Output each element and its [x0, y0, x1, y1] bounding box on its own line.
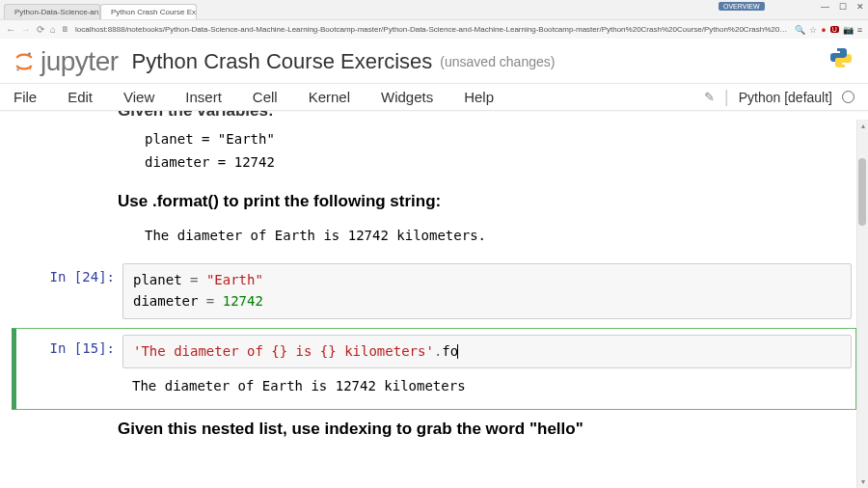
input-prompt: In [24]:: [16, 263, 122, 318]
markdown-cell: Given the variables: planet = "Earth" di…: [12, 111, 856, 255]
window-minimize-icon[interactable]: —: [821, 2, 829, 12]
code-input-area[interactable]: planet = "Earth" diameter = 12742: [122, 263, 852, 318]
markdown-code-preview: planet = "Earth" diameter = 12742: [118, 121, 847, 182]
svg-point-4: [30, 68, 32, 69]
menu-file[interactable]: File: [14, 89, 37, 105]
menu-widgets[interactable]: Widgets: [381, 89, 433, 105]
notebook-header: jupyter Python Crash Course Exercises (u…: [0, 39, 868, 84]
window-controls: — ☐ ✕: [821, 2, 864, 12]
scrollbar-vertical[interactable]: ▴ ▾: [856, 120, 868, 488]
kernel-name[interactable]: Python [default]: [739, 90, 832, 105]
kernel-indicator: ✎ | Python [default]: [704, 87, 854, 107]
markdown-heading: Given this nested list, use indexing to …: [118, 420, 847, 439]
ext-camera-icon[interactable]: 📷: [843, 25, 854, 35]
markdown-expected-output: The diameter of Earth is 12742 kilometer…: [118, 217, 847, 256]
input-prompt: In [15]:: [16, 335, 122, 369]
nav-home-icon[interactable]: ⌂: [50, 24, 56, 35]
ext-lastpass-icon[interactable]: ●: [821, 25, 826, 35]
code-input-area[interactable]: 'The diameter of {} is {} kilometers'.fo: [122, 335, 852, 369]
search-icon[interactable]: 🔍: [795, 25, 805, 35]
svg-point-3: [16, 68, 19, 71]
window-close-icon[interactable]: ✕: [856, 2, 864, 12]
browser-tab-label: Python Crash Course Exe: [111, 8, 197, 16]
nav-forward-icon[interactable]: →: [21, 24, 31, 35]
menu-view[interactable]: View: [123, 89, 154, 105]
menu-bar: File Edit View Insert Cell Kernel Widget…: [0, 84, 868, 111]
output-prompt: [16, 370, 122, 403]
bookmark-star-icon[interactable]: ☆: [809, 25, 817, 35]
page-info-icon[interactable]: 🗎: [62, 25, 69, 34]
nav-reload-icon[interactable]: ⟳: [37, 24, 44, 35]
browser-address-bar: ← → ⟳ ⌂ 🗎 localhost:8888/notebooks/Pytho…: [0, 19, 868, 39]
scroll-up-icon[interactable]: ▴: [859, 122, 867, 130]
window-maximize-icon[interactable]: ☐: [839, 2, 847, 12]
jupyter-logo[interactable]: jupyter: [14, 46, 119, 77]
jupyter-logo-text: jupyter: [41, 46, 119, 77]
overview-badge: OVERVIEW: [719, 2, 765, 11]
scrollbar-thumb[interactable]: [858, 158, 866, 226]
edit-mode-icon: ✎: [704, 90, 715, 104]
menu-help[interactable]: Help: [464, 89, 494, 105]
cell-output: The diameter of Earth is 12742 kilometer…: [122, 370, 852, 403]
scroll-down-icon[interactable]: ▾: [859, 477, 867, 486]
notebook-container[interactable]: Given the variables: planet = "Earth" di…: [0, 111, 868, 479]
browser-chrome: OVERVIEW — ☐ ✕ Python-Data-Science-an… ×…: [0, 0, 868, 39]
menu-cell[interactable]: Cell: [253, 89, 278, 105]
code-cell[interactable]: In [24]: planet = "Earth" diameter = 127…: [12, 257, 856, 325]
text-cursor: [457, 344, 458, 359]
notebook-save-status: (unsaved changes): [440, 54, 555, 69]
browser-tab[interactable]: Python-Data-Science-an… ×: [4, 4, 100, 19]
nav-back-icon[interactable]: ←: [6, 24, 15, 35]
browser-tab-label: Python-Data-Science-an…: [14, 8, 100, 16]
code-cell-selected[interactable]: In [15]: 'The diameter of {} is {} kilom…: [12, 328, 856, 410]
kernel-status-icon: [842, 91, 854, 103]
url-field[interactable]: localhost:8888/notebooks/Python-Data-Sci…: [75, 25, 789, 34]
markdown-heading-truncated: Given the variables:: [118, 111, 847, 121]
markdown-cell: Given this nested list, use indexing to …: [12, 420, 856, 439]
svg-point-2: [28, 52, 31, 55]
menu-kernel[interactable]: Kernel: [309, 89, 350, 105]
markdown-instruction: Use .format() to print the following str…: [118, 192, 847, 211]
python-logo-icon: [829, 46, 853, 69]
notebook-name[interactable]: Python Crash Course Exercises: [132, 49, 433, 74]
ext-ublock-icon[interactable]: U: [830, 26, 839, 33]
menu-insert[interactable]: Insert: [185, 89, 222, 105]
chrome-menu-icon[interactable]: ≡: [857, 25, 862, 35]
menu-edit[interactable]: Edit: [68, 89, 93, 105]
jupyter-logo-icon: [14, 51, 35, 72]
browser-tab-active[interactable]: Python Crash Course Exe ×: [100, 4, 197, 19]
